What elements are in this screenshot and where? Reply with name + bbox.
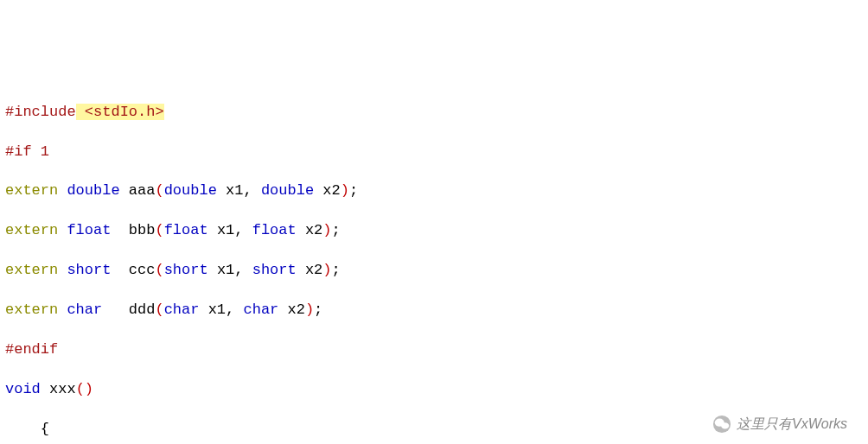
kw-extern: extern (5, 222, 58, 238)
param-x1: x1 (217, 262, 234, 278)
semicolon: ; (332, 262, 341, 278)
paren-open: ( (155, 301, 163, 318)
svg-point-2 (721, 422, 729, 428)
type-float: float (252, 222, 297, 238)
fn-xxx: xxx (49, 381, 76, 397)
semicolon: ; (349, 182, 358, 199)
wechat-icon (712, 415, 731, 434)
type-short: short (252, 262, 297, 278)
preproc-endif: #endif (5, 341, 58, 358)
type-char: char (67, 301, 102, 318)
comma: , (243, 182, 252, 199)
kw-extern: extern (5, 301, 58, 318)
param-x2: x2 (305, 262, 322, 278)
kw-extern: extern (5, 262, 58, 278)
paren-open: ( (155, 182, 163, 199)
code-line: extern float bbb(float x1, float x2); (5, 221, 863, 241)
code-line: extern double aaa(double x1, double x2); (5, 181, 863, 201)
code-line: void xxx() (5, 380, 863, 400)
fn-ccc: ccc (129, 262, 156, 278)
include-header: <stdIo.h> (76, 104, 164, 120)
paren-close: ) (341, 182, 349, 199)
type-double: double (164, 182, 217, 199)
param-x1: x1 (226, 182, 243, 199)
brace-open: { (41, 421, 49, 437)
semicolon: ; (332, 222, 341, 238)
comma: , (234, 222, 243, 238)
code-line: #endif (5, 340, 863, 360)
type-void: void (5, 381, 41, 397)
paren-close: ) (322, 222, 331, 238)
semicolon: ; (314, 301, 322, 318)
comma: , (234, 262, 243, 278)
paren-open: ( (155, 222, 163, 238)
comma: , (226, 301, 234, 318)
type-short: short (164, 262, 208, 278)
kw-extern: extern (5, 182, 58, 199)
code-line: extern short ccc(short x1, short x2); (5, 261, 863, 281)
code-line: extern char ddd(char x1, char x2); (5, 301, 863, 320)
type-float: float (67, 222, 111, 238)
preproc-if: #if 1 (5, 143, 49, 160)
watermark: 这里只有VxWorks (712, 415, 847, 434)
type-char: char (164, 301, 200, 318)
code-line: #include <stdIo.h> (5, 103, 863, 123)
type-double: double (67, 182, 119, 199)
param-x1: x1 (217, 222, 234, 238)
fn-aaa: aaa (129, 182, 156, 199)
type-float: float (164, 222, 208, 238)
fn-bbb: bbb (129, 222, 156, 238)
paren-close: ) (305, 301, 314, 318)
preproc-include: #include (5, 104, 76, 120)
param-x2: x2 (288, 301, 305, 318)
type-double: double (261, 182, 314, 199)
type-short: short (67, 262, 111, 278)
type-char: char (243, 301, 278, 318)
param-x2: x2 (322, 182, 340, 199)
paren-open: ( (76, 381, 85, 397)
paren-open: ( (155, 262, 163, 278)
paren-close: ) (322, 262, 331, 278)
param-x2: x2 (305, 222, 322, 238)
watermark-text: 这里只有VxWorks (737, 415, 847, 434)
fn-ddd: ddd (129, 301, 156, 318)
param-x1: x1 (208, 301, 226, 318)
paren-close: ) (85, 381, 93, 397)
code-block: #include <stdIo.h> #if 1 extern double a… (5, 83, 863, 444)
code-line: #if 1 (5, 143, 863, 162)
